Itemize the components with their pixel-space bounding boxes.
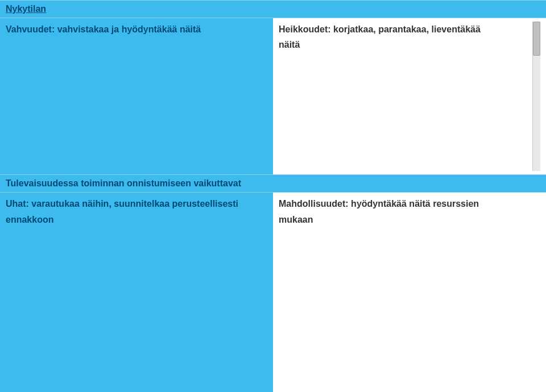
current-state-header-row: Nykytilan — [0, 0, 546, 18]
future-title: Tulevaisuudessa toiminnan onnistumiseen … — [6, 178, 241, 188]
current-state-row: Vahvuudet: vahvistakaa ja hyödyntäkää nä… — [0, 18, 546, 174]
threats-text-line2: ennakkoon — [6, 212, 267, 227]
weaknesses-text-line2: näitä — [279, 37, 532, 52]
opportunities-text-line1: Mahdollisuudet: hyödyntäkää näitä resurs… — [279, 196, 540, 211]
scrollbar-thumb[interactable] — [533, 22, 540, 56]
threats-cell: Uhat: varautukaa näihin, suunnitelkaa pe… — [0, 193, 273, 392]
future-header: Tulevaisuudessa toiminnan onnistumiseen … — [0, 174, 546, 193]
opportunities-cell: Mahdollisuudet: hyödyntäkää näitä resurs… — [273, 193, 546, 392]
future-row: Uhat: varautukaa näihin, suunnitelkaa pe… — [0, 193, 546, 392]
swot-container: Nykytilan Vahvuudet: vahvistakaa ja hyöd… — [0, 0, 546, 392]
strengths-cell: Vahvuudet: vahvistakaa ja hyödyntäkää nä… — [0, 18, 273, 174]
opportunities-text-line2: mukaan — [279, 212, 540, 227]
current-state-header: Nykytilan — [0, 0, 546, 18]
weaknesses-cell: Heikkoudet: korjatkaa, parantakaa, lieve… — [273, 18, 546, 174]
current-state-title: Nykytilan — [6, 4, 46, 14]
scrollbar[interactable] — [532, 22, 540, 171]
future-header-row: Tulevaisuudessa toiminnan onnistumiseen … — [0, 174, 546, 193]
threats-text-line1: Uhat: varautukaa näihin, suunnitelkaa pe… — [6, 196, 267, 211]
weaknesses-text-line1: Heikkoudet: korjatkaa, parantakaa, lieve… — [279, 22, 532, 37]
strengths-text: Vahvuudet: vahvistakaa ja hyödyntäkää nä… — [6, 24, 201, 34]
weaknesses-content: Heikkoudet: korjatkaa, parantakaa, lieve… — [279, 22, 532, 171]
